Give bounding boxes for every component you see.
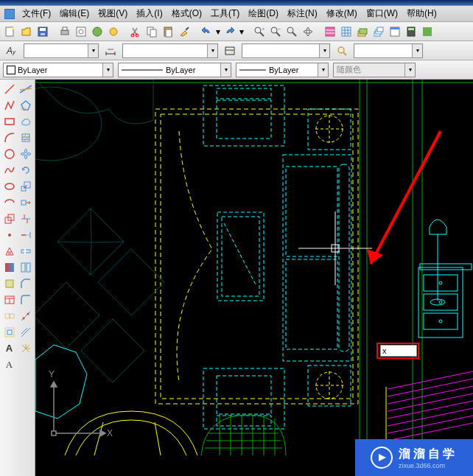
zoom-realtime-button[interactable]: + — [252, 24, 267, 39]
dropdown-icon[interactable]: ▾ — [102, 63, 113, 77]
move-tool[interactable] — [18, 146, 33, 161]
circle-tool[interactable] — [1, 146, 17, 161]
dim-style-icon[interactable] — [103, 43, 118, 58]
dropdown-icon[interactable]: ▾ — [404, 63, 415, 77]
arc-tool[interactable] — [1, 130, 17, 145]
calc-button[interactable] — [404, 24, 418, 39]
stretch-tool[interactable] — [18, 195, 33, 210]
table-style-combo[interactable]: ▾ — [242, 43, 330, 58]
drawing-canvas[interactable]: Y X — [35, 80, 473, 476]
menu-edit[interactable]: 编辑(E) — [55, 6, 94, 21]
block-tool[interactable] — [1, 211, 17, 226]
stack-button[interactable] — [371, 24, 386, 39]
gradient-tool[interactable] — [1, 259, 17, 275]
tool-button[interactable] — [106, 24, 121, 39]
rectangle-tool[interactable] — [1, 113, 17, 129]
fillet-tool[interactable] — [18, 292, 33, 307]
print-button[interactable] — [57, 24, 72, 39]
publish-button[interactable] — [90, 24, 105, 39]
dim-style-combo[interactable]: ▾ — [122, 43, 218, 58]
svg-rect-155 — [418, 267, 463, 337]
paste-button[interactable] — [161, 24, 175, 39]
ellipse-tool[interactable] — [1, 178, 17, 194]
ellipse-arc-tool[interactable] — [1, 195, 17, 210]
chamfer-tool[interactable] — [18, 276, 33, 291]
menu-draw[interactable]: 绘图(D) — [244, 6, 283, 21]
text-tool[interactable]: A — [1, 357, 17, 372]
hatch-tool[interactable] — [18, 130, 33, 145]
join-tool[interactable] — [18, 259, 33, 275]
array-r-tool[interactable] — [18, 308, 33, 323]
menu-tools[interactable]: 工具(T) — [206, 6, 244, 21]
text-style-icon[interactable]: Ay — [3, 43, 19, 58]
cut-button[interactable] — [128, 24, 143, 39]
command-input[interactable] — [380, 345, 417, 357]
trim-tool[interactable] — [18, 211, 33, 226]
search-combo[interactable]: ▾ — [354, 43, 423, 58]
redo-dropdown[interactable]: ▾ — [239, 27, 245, 37]
table-style-icon[interactable] — [223, 43, 237, 58]
save-button[interactable] — [35, 24, 50, 39]
point-tool[interactable] — [1, 227, 17, 242]
undo-dropdown[interactable]: ▾ — [215, 27, 221, 37]
open-button[interactable] — [19, 24, 34, 39]
cloud-tool[interactable] — [18, 113, 33, 129]
menu-insert[interactable]: 插入(I) — [132, 6, 167, 21]
dropdown-icon[interactable]: ▾ — [319, 44, 329, 57]
dropdown-icon[interactable]: ▾ — [207, 44, 217, 57]
brush-button[interactable] — [177, 24, 192, 39]
dropdown-icon[interactable]: ▾ — [220, 63, 231, 77]
dropdown-icon[interactable]: ▾ — [88, 44, 98, 57]
dropdown-icon[interactable]: ▾ — [318, 63, 328, 77]
zoom-extents-button[interactable] — [284, 24, 299, 39]
menu-file[interactable]: 文件(F) — [18, 6, 55, 21]
svg-point-94 — [27, 312, 29, 315]
xline-tool[interactable] — [18, 81, 33, 97]
menu-format[interactable]: 格式(O) — [167, 6, 206, 21]
break-tool[interactable] — [18, 243, 33, 259]
text-style-combo[interactable]: ▾ — [24, 43, 99, 58]
lineweight-combo[interactable]: ByLayer ▾ — [236, 63, 329, 77]
group2-tool[interactable] — [1, 324, 17, 340]
grid-button[interactable] — [339, 24, 354, 39]
line-tool[interactable] — [1, 81, 17, 97]
mtext-tool[interactable]: A — [1, 340, 17, 356]
menu-view[interactable]: 视图(V) — [94, 6, 132, 21]
new-button[interactable] — [3, 24, 18, 39]
region-tool[interactable] — [1, 276, 17, 291]
plotstyle-combo[interactable]: 随颜色 ▾ — [333, 63, 416, 77]
rotate-tool[interactable] — [18, 162, 33, 178]
menu-window[interactable]: 窗口(W) — [362, 6, 402, 21]
dropdown-icon[interactable]: ▾ — [412, 44, 422, 57]
copy-button[interactable] — [144, 24, 159, 39]
preview-button[interactable] — [74, 24, 88, 39]
group1-tool[interactable] — [1, 308, 17, 323]
zoom-window-button[interactable]: − — [268, 24, 283, 39]
svg-line-146 — [388, 386, 473, 404]
search-icon[interactable] — [334, 43, 349, 58]
undo-button[interactable] — [199, 24, 214, 39]
menu-bar: 文件(F) 编辑(E) 视图(V) 插入(I) 格式(O) 工具(T) 绘图(D… — [0, 6, 473, 22]
layer-color-combo[interactable]: ByLayer ▾ — [3, 63, 113, 77]
menu-annotate[interactable]: 标注(N) — [283, 6, 322, 21]
app-button[interactable] — [420, 24, 435, 39]
table-button[interactable] — [323, 24, 337, 39]
hatch2-tool[interactable] — [1, 243, 17, 259]
polygon-tool[interactable] — [18, 97, 33, 113]
explode-tool[interactable] — [18, 340, 33, 356]
layer-button[interactable] — [355, 24, 370, 39]
svg-rect-96 — [7, 330, 12, 335]
polyline-tool[interactable] — [1, 97, 17, 113]
tablef-tool[interactable] — [1, 292, 17, 307]
pan-button[interactable] — [301, 24, 315, 39]
spline-tool[interactable] — [1, 162, 17, 178]
menu-help[interactable]: 帮助(H) — [402, 6, 441, 21]
sheet-button[interactable] — [388, 24, 402, 39]
scale-tool[interactable] — [18, 178, 33, 194]
redo-button[interactable] — [223, 24, 237, 39]
linetype-combo[interactable]: ByLayer ▾ — [118, 63, 231, 77]
array-p-tool[interactable] — [18, 324, 33, 340]
svg-point-74 — [8, 234, 11, 237]
extend-tool[interactable] — [18, 227, 33, 242]
menu-modify[interactable]: 修改(M) — [322, 6, 362, 21]
